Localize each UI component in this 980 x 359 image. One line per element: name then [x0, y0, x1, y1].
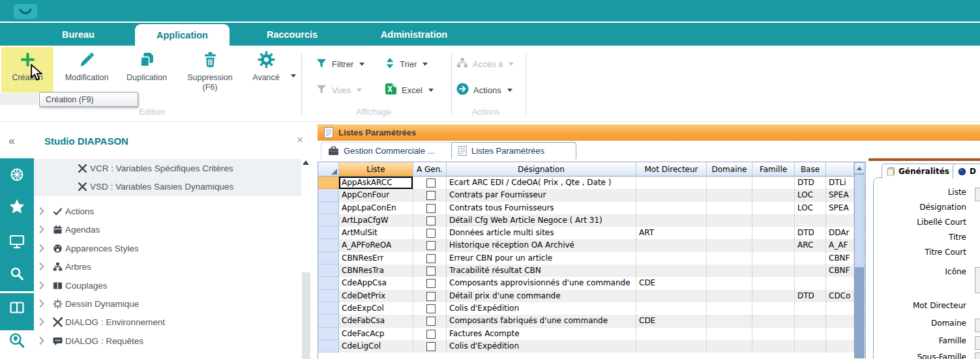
- row-selector-cell[interactable]: [318, 239, 339, 251]
- table-cell[interactable]: [636, 328, 707, 340]
- table-cell[interactable]: [707, 265, 752, 277]
- table-cell[interactable]: [795, 277, 826, 289]
- panel-field-input[interactable]: [975, 319, 980, 332]
- agen-checkbox-cell[interactable]: [413, 315, 447, 327]
- chevron-right-icon[interactable]: [34, 263, 50, 270]
- table-cell[interactable]: Ecart ARC EDI / CdeOA( Prix , Qte , Date…: [447, 177, 636, 189]
- table-cell[interactable]: [752, 290, 795, 302]
- agen-checkbox-cell[interactable]: [413, 277, 447, 289]
- panel-field-input[interactable]: [975, 267, 980, 293]
- table-row[interactable]: CdeFacAcpFactures Acompte: [318, 328, 865, 340]
- table-cell[interactable]: [752, 277, 795, 289]
- table-cell[interactable]: DTD: [795, 227, 826, 239]
- table-row[interactable]: ArtLpaCfgWDétail Cfg Web Article Negoce …: [318, 214, 865, 227]
- table-cell[interactable]: DTLi: [826, 177, 854, 189]
- table-cell[interactable]: Historique réception OA Archivé: [447, 239, 636, 251]
- agen-checkbox[interactable]: [426, 216, 436, 225]
- table-cell[interactable]: AppLpaConEn: [339, 202, 413, 214]
- agen-checkbox-cell[interactable]: [413, 328, 447, 340]
- agen-checkbox-cell[interactable]: [413, 340, 447, 352]
- table-row[interactable]: AppConFourContrats par FournisseurLOCSPE…: [318, 189, 865, 201]
- trier-button[interactable]: Trier: [385, 57, 428, 71]
- table-cell[interactable]: [636, 202, 707, 214]
- sidebar-close-button[interactable]: ×: [297, 134, 303, 147]
- table-row[interactable]: CdeDetPrixDétail prix d'une commandeDTDC…: [318, 290, 865, 302]
- excel-button[interactable]: Excel: [385, 83, 434, 97]
- table-cell[interactable]: ArtLpaCfgW: [339, 214, 413, 227]
- agen-checkbox-cell[interactable]: [413, 290, 447, 302]
- ribbon-tab-administration[interactable]: Administration: [355, 23, 473, 46]
- table-row[interactable]: CdeFabCsaComposants fabriqués d'une comm…: [318, 315, 865, 327]
- table-cell[interactable]: [636, 214, 707, 227]
- table-cell[interactable]: [826, 340, 854, 352]
- table-cell[interactable]: ARC: [795, 239, 826, 251]
- agen-checkbox[interactable]: [426, 266, 436, 276]
- ribbon-tab-application[interactable]: Application: [135, 24, 230, 46]
- row-selector-cell[interactable]: [318, 252, 339, 265]
- table-vertical-scrollbar[interactable]: [854, 162, 865, 358]
- table-cell[interactable]: CBNF: [826, 265, 854, 277]
- table-cell[interactable]: [752, 265, 795, 277]
- table-cell[interactable]: [752, 315, 795, 327]
- table-cell[interactable]: [707, 189, 752, 201]
- row-selector-cell[interactable]: [318, 302, 339, 315]
- table-cell[interactable]: CBNResErr: [339, 252, 413, 265]
- agen-checkbox-cell[interactable]: [413, 302, 447, 315]
- avance-dropdown-caret[interactable]: [290, 74, 296, 78]
- rail-split-view-button[interactable]: [8, 299, 25, 316]
- table-cell[interactable]: Détail Cfg Web Article Negoce ( Art 31): [447, 214, 636, 227]
- table-cell[interactable]: AppConFour: [339, 189, 413, 201]
- tree-item-couplages[interactable]: Couplages: [34, 276, 298, 294]
- tree-item-dessin[interactable]: Dessin Dynamique: [34, 294, 298, 313]
- tree-item-vsd[interactable]: VSD : Variables Saisies Dynamiques: [34, 177, 338, 195]
- table-cell[interactable]: [826, 277, 854, 289]
- panel-tab-1[interactable]: Généralités: [882, 164, 961, 179]
- table-cell[interactable]: CDCo: [826, 290, 854, 302]
- column-header-Liste[interactable]: Liste: [339, 162, 413, 177]
- panel-tab-2[interactable]: D: [953, 164, 980, 179]
- chevron-right-icon[interactable]: [34, 244, 50, 252]
- table-cell[interactable]: AppAskARCC: [339, 177, 413, 189]
- row-selector-cell[interactable]: [318, 214, 339, 227]
- row-selector-cell[interactable]: [318, 290, 339, 302]
- table-cell[interactable]: SPEA: [826, 202, 854, 214]
- table-cell[interactable]: [707, 315, 752, 327]
- agen-checkbox-cell[interactable]: [413, 227, 447, 239]
- table-cell[interactable]: A_APFoReOA: [339, 239, 413, 251]
- table-cell[interactable]: [707, 202, 752, 214]
- table-cell[interactable]: [795, 302, 826, 315]
- table-cell[interactable]: [707, 340, 752, 352]
- table-cell[interactable]: [826, 315, 854, 327]
- table-cell[interactable]: CdeFabCsa: [339, 315, 413, 327]
- ribbon-tab-raccourcis[interactable]: Raccourcis: [240, 23, 344, 46]
- table-cell[interactable]: [795, 252, 826, 265]
- chevron-right-icon[interactable]: [34, 225, 50, 233]
- table-cell[interactable]: CDE: [636, 315, 707, 327]
- table-cell[interactable]: [707, 227, 752, 239]
- table-scrollbar-thumb[interactable]: [854, 174, 865, 268]
- chevron-right-icon[interactable]: [34, 300, 50, 308]
- table-cell[interactable]: CdeLigCol: [339, 340, 413, 352]
- table-cell[interactable]: [636, 252, 707, 265]
- agen-checkbox[interactable]: [426, 191, 436, 200]
- table-cell[interactable]: [795, 328, 826, 340]
- avance-button[interactable]: Avancé: [245, 51, 287, 83]
- table-cell[interactable]: ART: [636, 227, 707, 239]
- suppression-button[interactable]: Suppression (F6): [177, 51, 243, 93]
- table-cell[interactable]: SPEA: [826, 189, 854, 201]
- agen-checkbox[interactable]: [426, 330, 436, 339]
- document-tab-1[interactable]: Gestion Commerciale ...: [321, 142, 463, 159]
- table-cell[interactable]: [707, 252, 752, 265]
- table-cell[interactable]: Factures Acompte: [447, 328, 636, 340]
- table-row[interactable]: AppLpaConEnContrats tous FournisseursLOC…: [318, 202, 865, 214]
- acces-a-button[interactable]: Accès à: [456, 57, 514, 71]
- table-cell[interactable]: A_AF: [826, 239, 854, 251]
- table-cell[interactable]: [636, 265, 707, 277]
- agen-checkbox[interactable]: [426, 229, 436, 238]
- table-row[interactable]: A_APFoReOAHistorique réception OA Archiv…: [318, 239, 865, 251]
- column-header-A Gen.[interactable]: A Gen.: [413, 162, 447, 177]
- vues-button[interactable]: Vues: [316, 83, 362, 97]
- table-cell[interactable]: LOC: [795, 202, 826, 214]
- column-header-Base[interactable]: Base: [795, 162, 826, 177]
- row-selector-cell[interactable]: [318, 315, 339, 327]
